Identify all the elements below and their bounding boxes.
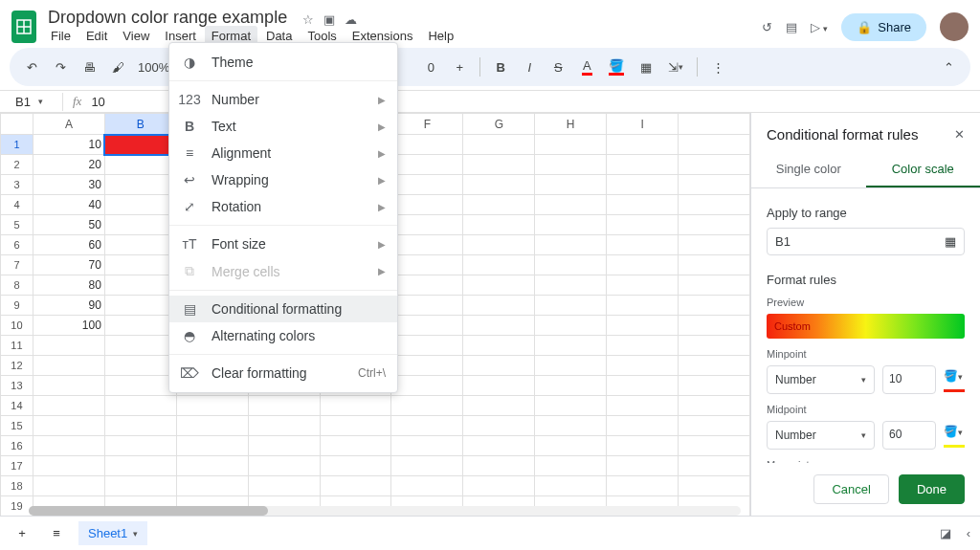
cell[interactable]: [33, 456, 104, 476]
cell[interactable]: [607, 336, 679, 356]
star-icon[interactable]: ☆: [302, 12, 314, 27]
sheet-tab[interactable]: Sheet1 ▾: [78, 521, 147, 545]
row-header[interactable]: 3: [1, 175, 33, 195]
share-button[interactable]: 🔒 Share: [841, 13, 926, 41]
h-scrollbar[interactable]: [29, 506, 741, 516]
name-box[interactable]: B1▾: [10, 93, 63, 111]
move-icon[interactable]: ▣: [323, 12, 335, 27]
cell[interactable]: [463, 376, 535, 396]
cell[interactable]: [679, 476, 750, 496]
cell[interactable]: [607, 376, 679, 396]
row-header[interactable]: 2: [1, 155, 33, 175]
cell[interactable]: [104, 175, 176, 195]
cell[interactable]: [535, 195, 607, 215]
cell[interactable]: 60: [33, 235, 104, 255]
row-header[interactable]: 12: [1, 356, 33, 376]
row-header[interactable]: 5: [1, 215, 33, 235]
menu-clear-formatting[interactable]: ⌦Clear formattingCtrl+\: [169, 360, 397, 386]
cell[interactable]: 70: [33, 255, 104, 275]
cell[interactable]: [679, 175, 750, 195]
row-header[interactable]: 8: [1, 275, 33, 296]
cell[interactable]: [607, 296, 679, 316]
cell[interactable]: [679, 296, 750, 316]
cell[interactable]: [391, 175, 463, 195]
cell[interactable]: [320, 396, 391, 416]
cell[interactable]: [535, 356, 607, 376]
cell[interactable]: [463, 456, 535, 476]
row-header[interactable]: 16: [1, 436, 33, 456]
cell[interactable]: [607, 215, 679, 235]
cell[interactable]: [104, 275, 176, 296]
cell[interactable]: [463, 296, 535, 316]
cell[interactable]: [679, 336, 750, 356]
midpoint-type-select[interactable]: Number▾: [767, 421, 875, 450]
cell[interactable]: [391, 135, 463, 155]
done-button[interactable]: Done: [899, 474, 965, 504]
cell[interactable]: [607, 476, 679, 496]
cell[interactable]: [679, 376, 750, 396]
all-sheets-button[interactable]: ≡: [44, 521, 69, 546]
cell[interactable]: [679, 416, 750, 436]
cell[interactable]: [679, 356, 750, 376]
cell[interactable]: [176, 436, 248, 456]
cell[interactable]: [535, 135, 607, 155]
cell[interactable]: [679, 215, 750, 235]
cell[interactable]: [607, 416, 679, 436]
cell[interactable]: [33, 416, 104, 436]
cell[interactable]: [391, 155, 463, 175]
cell[interactable]: [248, 476, 320, 496]
cell[interactable]: [104, 195, 176, 215]
cell[interactable]: [535, 376, 607, 396]
row-header[interactable]: 9: [1, 296, 33, 316]
cell[interactable]: [176, 396, 248, 416]
cell[interactable]: [535, 215, 607, 235]
minpoint-color-button[interactable]: 🪣▾: [944, 369, 965, 390]
cell[interactable]: [391, 195, 463, 215]
cell[interactable]: [391, 396, 463, 416]
cell[interactable]: [679, 235, 750, 255]
minpoint-value-input[interactable]: 10: [882, 365, 936, 394]
cell[interactable]: [104, 255, 176, 275]
row-header[interactable]: 11: [1, 336, 33, 356]
paint-format-button[interactable]: 🖌: [105, 55, 130, 79]
gradient-preview[interactable]: Custom: [767, 314, 965, 339]
cell[interactable]: [535, 416, 607, 436]
menu-wrapping[interactable]: ↩Wrapping▶: [169, 166, 397, 193]
cell[interactable]: [535, 336, 607, 356]
cell[interactable]: [104, 376, 176, 396]
row-header[interactable]: 14: [1, 396, 33, 416]
font-size-input[interactable]: 0: [418, 55, 443, 79]
row-header[interactable]: 7: [1, 255, 33, 275]
cell[interactable]: [176, 456, 248, 476]
row-header[interactable]: 13: [1, 376, 33, 396]
row-header[interactable]: 17: [1, 456, 33, 476]
cell[interactable]: [679, 135, 750, 155]
cell[interactable]: [391, 275, 463, 296]
cell[interactable]: [607, 175, 679, 195]
midpoint-color-button[interactable]: 🪣▾: [944, 425, 965, 446]
menu-alternating-colors[interactable]: ◓Alternating colors: [169, 322, 397, 349]
row-header[interactable]: 6: [1, 235, 33, 255]
cell[interactable]: [248, 416, 320, 436]
col-header[interactable]: B: [104, 114, 176, 135]
cell[interactable]: [535, 275, 607, 296]
cell[interactable]: [607, 356, 679, 376]
cell[interactable]: [176, 476, 248, 496]
col-header[interactable]: I: [607, 114, 679, 135]
cell[interactable]: [104, 235, 176, 255]
row-header[interactable]: 18: [1, 476, 33, 496]
cell[interactable]: [463, 195, 535, 215]
cell[interactable]: [679, 275, 750, 296]
cell[interactable]: [463, 356, 535, 376]
italic-button[interactable]: I: [517, 55, 542, 79]
strike-button[interactable]: S: [546, 55, 570, 79]
cell[interactable]: [33, 476, 104, 496]
cell[interactable]: [607, 456, 679, 476]
menu-rotation[interactable]: ⤢Rotation▶: [169, 193, 397, 220]
select-all-corner[interactable]: [1, 114, 33, 135]
fill-color-button[interactable]: 🪣: [603, 55, 630, 79]
col-header[interactable]: F: [391, 114, 463, 135]
cell[interactable]: [607, 235, 679, 255]
col-header[interactable]: G: [463, 114, 535, 135]
cell[interactable]: [248, 436, 320, 456]
